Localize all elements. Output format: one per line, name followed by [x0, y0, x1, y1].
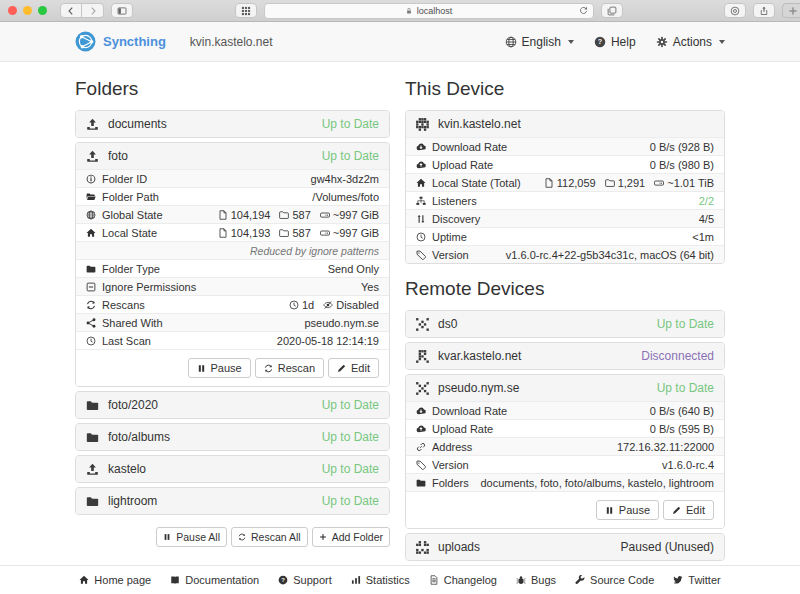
- device-name: kvin.kastelo.net: [438, 117, 521, 131]
- folder-status: Up to Date: [322, 149, 379, 163]
- chevron-down-icon: [719, 40, 725, 44]
- footer-link-statistics[interactable]: Statistics: [351, 574, 410, 586]
- detail-row-local-state: Local State 104,193 587 ~997 GiB: [76, 223, 389, 241]
- edit-button[interactable]: Edit: [328, 358, 379, 378]
- exchange-icon: [416, 214, 426, 224]
- globe-icon: [86, 210, 96, 220]
- browser-back-button[interactable]: [60, 3, 82, 18]
- twitter-icon: [673, 575, 683, 585]
- footer-link-twitter[interactable]: Twitter: [673, 574, 720, 586]
- detail-value: 2020-05-18 12:14:19: [277, 335, 379, 347]
- device-status: Up to Date: [657, 381, 714, 395]
- folder-header-foto-2020[interactable]: foto/2020 Up to Date: [76, 392, 389, 418]
- browser-favorites-button[interactable]: [235, 3, 257, 18]
- tag-icon: [416, 250, 426, 260]
- clock-icon: [86, 336, 96, 346]
- folder-header-foto-albums[interactable]: foto/albums Up to Date: [76, 424, 389, 450]
- detail-row-shared-with: Shared With pseudo.nym.se: [76, 313, 389, 331]
- device-status: Paused (Unused): [621, 540, 714, 554]
- cloud-download-icon: [416, 142, 426, 152]
- button-label: Pause: [619, 504, 650, 516]
- reload-icon[interactable]: [579, 6, 588, 15]
- minimize-window-button[interactable]: [23, 6, 32, 15]
- device-identicon: [416, 318, 429, 331]
- device-header-kvar[interactable]: kvar.kastelo.net Disconnected: [406, 343, 724, 369]
- detail-label: Shared With: [102, 317, 163, 329]
- detail-label: Version: [432, 249, 469, 261]
- device-header-pseudo[interactable]: pseudo.nym.se Up to Date: [406, 375, 724, 401]
- detail-label: Listeners: [432, 195, 477, 207]
- pause-icon: [163, 533, 171, 541]
- zoom-window-button[interactable]: [38, 6, 47, 15]
- detail-label: Upload Rate: [432, 159, 493, 171]
- cloud-download-icon: [416, 406, 426, 416]
- detail-row-last-scan: Last Scan 2020-05-18 12:14:19: [76, 331, 389, 349]
- browser-tab-overview-button[interactable]: [601, 3, 623, 18]
- rescan-button[interactable]: Rescan: [255, 358, 324, 378]
- privacy-icon: [730, 6, 740, 16]
- folder-header-lightroom[interactable]: lightroom Up to Date: [76, 488, 389, 514]
- this-device-header[interactable]: kvin.kastelo.net: [406, 111, 724, 137]
- actions-dropdown[interactable]: Actions: [656, 35, 725, 49]
- folder-header-foto[interactable]: foto Up to Date: [76, 143, 389, 169]
- detail-label: Folder ID: [102, 173, 147, 185]
- close-window-button[interactable]: [8, 6, 17, 15]
- folder-header-documents[interactable]: documents Up to Date: [76, 111, 389, 137]
- footer-link-bugs[interactable]: Bugs: [516, 574, 556, 586]
- clock-icon: [289, 300, 299, 310]
- help-link[interactable]: ? Help: [594, 35, 636, 49]
- pause-all-folders-button[interactable]: Pause All: [156, 527, 227, 547]
- browser-share-button[interactable]: [753, 3, 775, 18]
- add-folder-button[interactable]: Add Folder: [312, 527, 390, 547]
- folder-name: foto: [108, 149, 128, 163]
- uptime-value: <1m: [692, 231, 714, 243]
- rescan-all-button[interactable]: Rescan All: [231, 527, 308, 547]
- detail-row-folders: Folders documents, foto, foto/albums, ka…: [406, 473, 724, 491]
- pause-icon: [605, 506, 614, 515]
- home-icon: [86, 228, 96, 238]
- book-icon: [170, 575, 180, 585]
- footer-link-source-code[interactable]: Source Code: [575, 574, 654, 586]
- detail-label: Local State (Total): [432, 177, 521, 189]
- browser-forward-button[interactable]: [82, 3, 104, 18]
- refresh-icon: [238, 533, 246, 541]
- footer-link-changelog[interactable]: Changelog: [429, 574, 497, 586]
- forward-icon: [88, 6, 98, 16]
- url-text: localhost: [417, 6, 453, 16]
- detail-label: Address: [432, 441, 472, 453]
- pause-device-button[interactable]: Pause: [596, 500, 659, 520]
- device-panel-ds0: ds0 Up to Date: [405, 310, 725, 338]
- browser-privacy-button[interactable]: [724, 3, 746, 18]
- folder-panel-foto-albums: foto/albums Up to Date: [75, 423, 390, 451]
- folder-header-kastelo[interactable]: kastelo Up to Date: [76, 456, 389, 482]
- device-header-uploads[interactable]: uploads Paused (Unused): [406, 534, 724, 560]
- device-header-ds0[interactable]: ds0 Up to Date: [406, 311, 724, 337]
- language-dropdown[interactable]: English: [505, 35, 574, 49]
- plus-icon: [788, 6, 798, 16]
- detail-label: Download Rate: [432, 405, 507, 417]
- button-label: Rescan: [278, 362, 315, 374]
- detail-row-upload-rate: Upload Rate 0 B/s (980 B): [406, 155, 724, 173]
- detail-value: 0 B/s (595 B): [650, 423, 714, 435]
- share-alt-icon: [86, 318, 96, 328]
- size-value: ~997 GiB: [333, 209, 379, 221]
- footer-link-support[interactable]: ?Support: [278, 574, 332, 586]
- local-device-name: kvin.kastelo.net: [190, 35, 273, 49]
- brand-link[interactable]: Syncthing: [103, 34, 166, 49]
- button-label: Edit: [686, 504, 705, 516]
- detail-value: 0 B/s (980 B): [650, 159, 714, 171]
- devices-column: This Device kvin.kastelo.net Download Ra…: [405, 78, 725, 593]
- footer-link-documentation[interactable]: Documentation: [170, 574, 259, 586]
- folder-status: Up to Date: [322, 117, 379, 131]
- folder-name: lightroom: [108, 494, 157, 508]
- edit-device-button[interactable]: Edit: [663, 500, 714, 520]
- device-panel-pseudo: pseudo.nym.se Up to Date Download Rate 0…: [405, 374, 725, 529]
- browser-address-bar[interactable]: localhost: [264, 3, 594, 19]
- cloud-upload-icon: [416, 160, 426, 170]
- browser-sidebar-button[interactable]: [111, 3, 133, 18]
- folder-status: Up to Date: [322, 462, 379, 476]
- pause-button[interactable]: Pause: [188, 358, 251, 378]
- folders-column: Folders documents Up to Date foto Up to …: [75, 78, 390, 593]
- footer-link-home[interactable]: Home page: [79, 574, 151, 586]
- browser-new-tab-button[interactable]: [782, 3, 800, 18]
